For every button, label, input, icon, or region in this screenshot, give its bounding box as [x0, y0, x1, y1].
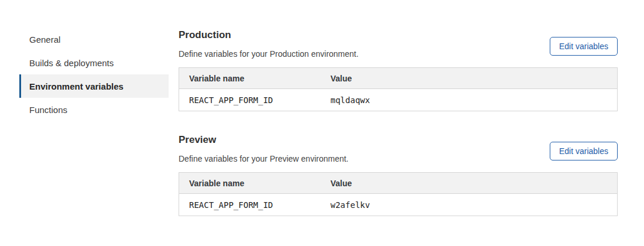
column-header-value: Value: [321, 173, 618, 194]
sidebar-item-environment-variables[interactable]: Environment variables: [19, 74, 169, 98]
sidebar-item-builds-deployments[interactable]: Builds & deployments: [19, 51, 169, 74]
table-header-row: Variable name Value: [179, 173, 618, 194]
table-header-row: Variable name Value: [179, 68, 618, 89]
settings-nav: General Builds & deployments Environment…: [19, 28, 169, 121]
variable-value-cell: w2afelkv: [321, 194, 618, 216]
production-variables-table: Variable name Value REACT_APP_FORM_ID mq…: [179, 67, 618, 111]
variable-name-cell: REACT_APP_FORM_ID: [179, 89, 321, 111]
preview-variables-table: Variable name Value REACT_APP_FORM_ID w2…: [179, 172, 618, 216]
column-header-variable-name: Variable name: [179, 68, 321, 89]
sidebar-item-general[interactable]: General: [19, 28, 169, 51]
sidebar-item-functions[interactable]: Functions: [19, 98, 169, 121]
variable-name-cell: REACT_APP_FORM_ID: [179, 194, 321, 216]
settings-page: General Builds & deployments Environment…: [0, 0, 644, 216]
section-production: Production Define variables for your Pro…: [179, 29, 618, 111]
column-header-value: Value: [321, 68, 618, 89]
settings-sidebar: General Builds & deployments Environment…: [0, 28, 169, 216]
edit-variables-button[interactable]: Edit variables: [550, 37, 618, 56]
variable-value-cell: mqldaqwx: [321, 89, 618, 111]
column-header-variable-name: Variable name: [179, 173, 321, 194]
settings-content: Production Define variables for your Pro…: [179, 28, 618, 216]
section-preview: Preview Define variables for your Previe…: [179, 134, 618, 216]
edit-variables-button[interactable]: Edit variables: [550, 142, 618, 160]
table-row: REACT_APP_FORM_ID mqldaqwx: [179, 89, 618, 111]
table-row: REACT_APP_FORM_ID w2afelkv: [179, 194, 618, 216]
